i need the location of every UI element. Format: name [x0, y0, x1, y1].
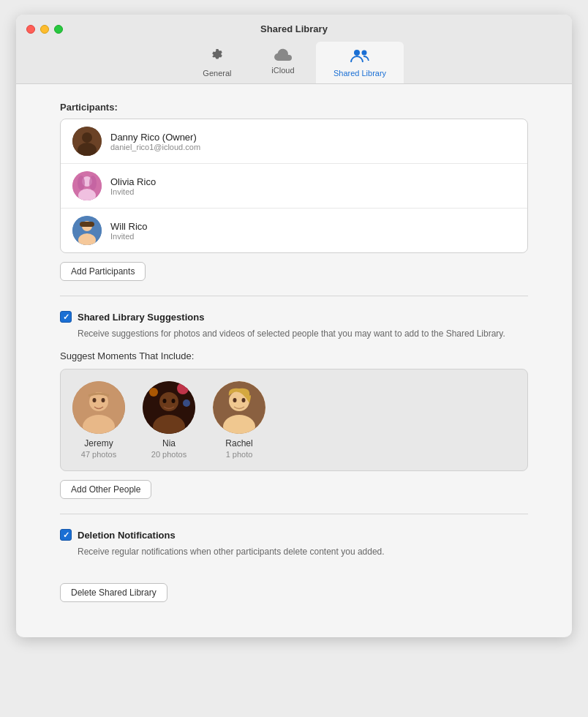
avatar-nia: [143, 381, 195, 434]
main-window: Shared Library General iC: [16, 15, 572, 637]
content-area: Participants: Danny Rico (Owner) daniel_…: [16, 84, 572, 637]
tab-shared-library-label: Shared Library: [333, 69, 386, 78]
deletion-checkbox[interactable]: [60, 529, 72, 541]
svg-point-30: [233, 398, 237, 402]
maximize-button[interactable]: [54, 25, 63, 34]
svg-point-23: [172, 399, 176, 403]
suggestions-checkbox-row: Shared Library Suggestions: [60, 311, 528, 323]
svg-point-26: [183, 399, 190, 407]
suggest-moments-label: Suggest Moments That Include:: [60, 350, 528, 361]
participant-info-will: Will Rico Invited: [110, 221, 148, 241]
moment-person-jeremy[interactable]: Jeremy 47 photos: [72, 381, 125, 459]
participant-name-olivia: Olivia Rico: [110, 176, 156, 187]
participant-row-olivia: Olivia Rico Invited: [61, 164, 527, 209]
svg-point-1: [362, 50, 367, 56]
close-button[interactable]: [26, 25, 35, 34]
gear-icon: [209, 48, 225, 66]
add-participants-button[interactable]: Add Participants: [60, 262, 146, 281]
participant-sub-olivia: Invited: [110, 187, 156, 196]
people-icon: [350, 48, 370, 66]
participant-row-will: Will Rico Invited: [61, 209, 527, 252]
tab-general-label: General: [203, 69, 231, 78]
svg-point-17: [93, 398, 97, 402]
participants-list: Danny Rico (Owner) daniel_rico1@icloud.c…: [60, 119, 528, 253]
participant-row-danny: Danny Rico (Owner) daniel_rico1@icloud.c…: [61, 119, 527, 164]
participant-info-olivia: Olivia Rico Invited: [110, 176, 156, 196]
svg-point-22: [163, 399, 167, 403]
cloud-icon: [274, 48, 293, 63]
minimize-button[interactable]: [40, 25, 49, 34]
deletion-description: Receive regular notifications when other…: [78, 545, 528, 558]
moment-count-jeremy: 47 photos: [81, 450, 116, 459]
participants-label: Participants:: [60, 102, 528, 113]
svg-point-8: [78, 176, 85, 190]
tab-icloud-label: iCloud: [271, 66, 294, 75]
suggestions-description: Receive suggestions for photos and video…: [78, 327, 528, 340]
add-other-people-button[interactable]: Add Other People: [60, 480, 151, 499]
tab-icloud[interactable]: iCloud: [250, 42, 316, 83]
participant-name-danny: Danny Rico (Owner): [110, 132, 200, 143]
title-bar: Shared Library General iC: [16, 15, 572, 84]
moment-name-jeremy: Jeremy: [84, 438, 113, 448]
suggestions-checkbox-label: Shared Library Suggestions: [78, 312, 204, 323]
avatar-danny: [72, 127, 102, 156]
tab-bar: General iCloud: [184, 42, 404, 83]
avatar-olivia: [72, 171, 102, 200]
deletion-checkbox-label: Deletion Notifications: [78, 530, 176, 541]
deletion-checkbox-row: Deletion Notifications: [60, 529, 528, 541]
divider-1: [60, 296, 528, 296]
tab-shared-library[interactable]: Shared Library: [316, 42, 404, 83]
tab-general[interactable]: General: [184, 42, 250, 83]
suggestions-checkbox[interactable]: [60, 311, 72, 323]
svg-point-31: [242, 398, 246, 402]
participant-info-danny: Danny Rico (Owner) daniel_rico1@icloud.c…: [110, 132, 200, 151]
participant-sub-will: Invited: [110, 232, 148, 241]
participant-name-will: Will Rico: [110, 221, 148, 232]
moment-person-rachel[interactable]: Rachel 1 photo: [213, 381, 265, 459]
moments-box: Jeremy 47 photos: [60, 369, 528, 471]
svg-point-9: [89, 176, 97, 190]
traffic-lights: [26, 25, 63, 34]
svg-rect-12: [80, 222, 94, 227]
moment-name-rachel: Rachel: [225, 438, 252, 448]
svg-point-0: [354, 50, 360, 56]
moment-count-nia: 20 photos: [151, 450, 186, 459]
svg-point-25: [149, 388, 158, 397]
svg-point-3: [82, 132, 92, 143]
delete-shared-library-button[interactable]: Delete Shared Library: [60, 583, 167, 602]
participant-sub-danny: daniel_rico1@icloud.com: [110, 143, 200, 151]
moment-name-nia: Nia: [162, 438, 176, 448]
avatar-jeremy: [72, 381, 125, 434]
avatar-will: [72, 216, 102, 245]
avatar-rachel: [213, 381, 265, 434]
moment-count-rachel: 1 photo: [226, 450, 253, 459]
moment-person-nia[interactable]: Nia 20 photos: [143, 381, 195, 459]
svg-point-24: [177, 383, 189, 394]
divider-2: [60, 514, 528, 514]
svg-point-18: [102, 398, 105, 402]
window-title: Shared Library: [260, 23, 328, 34]
